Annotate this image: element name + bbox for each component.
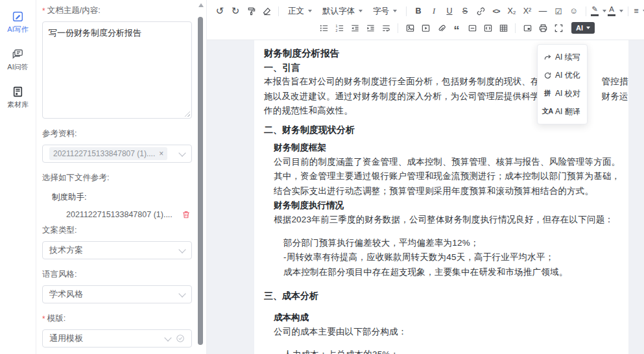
chevron-down-icon (178, 290, 185, 297)
doc-line: 成本控制在部分项目中存在超支现象，主要集中在研发和市场推广领域。 (264, 265, 619, 280)
doc-line: 人力成本：占总成本的35%； (264, 348, 619, 354)
toolbar-row-2: 12“AI (212, 19, 639, 36)
reference-select[interactable]: 2021122715133847807 (1).... × (42, 145, 192, 163)
bullet-list-icon[interactable] (316, 20, 331, 36)
sidebar-item-label: AI写作 (7, 25, 28, 34)
attachment-icon[interactable] (433, 20, 449, 36)
sidebar-item-ai-writing[interactable]: AI写作 (7, 10, 28, 34)
paragraph-style-select[interactable]: 正文 (288, 6, 312, 17)
video-icon[interactable] (418, 20, 433, 36)
font-family-select[interactable]: 默认字体 (322, 6, 363, 17)
doc-type-value: 技术方案 (49, 244, 83, 256)
sidebar-item-ai-qa[interactable]: AI问答 (7, 48, 28, 72)
menu-item-ai-translate[interactable]: 文AAI 翻译 (538, 102, 587, 121)
print-icon[interactable] (535, 20, 551, 36)
blockquote-icon[interactable]: “ (449, 18, 464, 38)
sidebar-item-material-library[interactable]: 素材库 (7, 86, 29, 110)
doc-type-select[interactable]: 技术方案 (42, 241, 192, 259)
doc-line: 结合实际支出进行动态调整；预算管理则采用年度预算和滚动预算相结合的方式。 (264, 184, 619, 199)
svg-text:1: 1 (335, 23, 337, 27)
file-name: 2021122715133847807 (1).... (66, 210, 173, 219)
template-value: 通用模板 (49, 333, 83, 344)
undo-icon[interactable]: ↺ (212, 3, 228, 19)
doc-line: 公司的成本主要由以下部分构成： (264, 325, 619, 340)
eraser-icon[interactable] (259, 3, 274, 19)
caret-down-icon (619, 10, 623, 12)
font-size-select-label: 字号 (373, 6, 389, 17)
language-style-value: 学术风格 (49, 289, 83, 300)
resize-handle[interactable] (184, 111, 190, 117)
link-icon[interactable] (473, 3, 488, 19)
menu-item-ai-optimize[interactable]: AI 优化 (538, 66, 587, 84)
topic-label: * 文档主题/内容: (42, 5, 192, 16)
doc-subheading: 成本构成 (264, 311, 619, 325)
indent-icon[interactable] (363, 20, 378, 36)
image-icon[interactable] (402, 20, 418, 36)
svg-text:2: 2 (335, 29, 337, 32)
ai-button-label: AI (576, 24, 583, 32)
ordered-list-icon[interactable]: 12 (331, 20, 347, 36)
text-wrap-icon[interactable] (378, 20, 394, 36)
ai-writing-form: * 文档主题/内容: 写一份财务制度分析报告 参考资料: 20211227151… (36, 0, 206, 354)
language-style-select[interactable]: 学术风格 (42, 285, 192, 303)
doc-line: 公司目前的制度涵盖了资金管理、成本控制、预算管理、核算与报告、风险管理等方面。 (264, 155, 619, 170)
toolbar-divider (515, 23, 516, 33)
italic-icon[interactable]: I (426, 3, 442, 19)
code-block-icon[interactable] (480, 20, 495, 36)
doc-subheading: 财务制度框架 (264, 141, 619, 155)
toolbar-divider (278, 6, 279, 16)
menu-item-ai-proofread[interactable]: 拼AI 校对 (538, 84, 587, 102)
material-library-icon (12, 86, 24, 98)
menu-item-label: AI 优化 (555, 70, 580, 81)
reference-tag: 2021122715133847807 (1).... × (49, 147, 167, 160)
highlight-color-icon[interactable]: ✎ (590, 3, 607, 19)
template-label: * 模版: (42, 313, 192, 324)
inline-code-icon[interactable]: <> (488, 3, 504, 19)
emoji-icon[interactable]: ☺ (566, 3, 582, 19)
task-list-icon[interactable]: ☑ (551, 3, 566, 19)
file-row: 2021122715133847807 (1).... (66, 210, 192, 219)
template-select[interactable]: 通用模板 (42, 329, 192, 348)
font-color-icon[interactable]: A (607, 3, 624, 19)
toolbar-divider (628, 6, 628, 16)
subscript-icon[interactable]: X₂ (504, 3, 519, 19)
form-scrollbar[interactable] (197, 0, 205, 354)
doc-type-label: 文案类型: (42, 225, 192, 236)
outdent-icon[interactable] (347, 20, 363, 36)
caret-down-icon (602, 10, 606, 12)
scroll-up-arrow-icon[interactable] (198, 3, 204, 7)
doc-heading: 三、成本分析 (264, 289, 619, 303)
horizontal-rule-icon[interactable]: — (535, 3, 551, 19)
chevron-down-icon (164, 334, 171, 341)
sidebar-item-label: AI问答 (7, 62, 28, 72)
caret-down-icon (586, 27, 590, 29)
strikethrough-icon[interactable]: S (457, 3, 473, 19)
underline-icon[interactable]: U (442, 3, 457, 19)
align-icon[interactable]: ≡ (632, 3, 644, 19)
font-family-select-label: 默认字体 (322, 6, 355, 17)
topic-textarea[interactable]: 写一份财务制度分析报告 (42, 21, 192, 119)
doc-line: 部分部门预算执行偏差较大，平均偏差率为12%； (264, 236, 619, 251)
ai-writing-icon (12, 10, 24, 23)
table-icon[interactable] (495, 20, 511, 36)
scrollbar-thumb[interactable] (198, 17, 203, 345)
fullscreen-icon[interactable] (551, 20, 566, 36)
divider-block-icon[interactable] (464, 20, 480, 36)
menu-item-label: AI 续写 (555, 52, 580, 63)
superscript-icon[interactable]: X² (519, 3, 535, 19)
menu-item-label: AI 翻译 (555, 106, 580, 117)
bold-icon[interactable]: B (411, 3, 426, 19)
menu-item-ai-continue[interactable]: AI 续写 (538, 48, 587, 66)
ai-dropdown-menu: AI 续写AI 优化拼AI 校对文AAI 翻译 (537, 44, 588, 124)
language-style-label: 语言风格: (42, 269, 192, 280)
paragraph-style-select-label: 正文 (288, 6, 304, 17)
ai-menu-button[interactable]: AI (571, 22, 595, 34)
format-painter-icon[interactable] (243, 3, 259, 19)
page-preview-icon[interactable] (519, 20, 535, 36)
redo-icon[interactable]: ↻ (228, 3, 243, 19)
tag-close-icon[interactable]: × (159, 150, 163, 158)
topic-value: 写一份财务制度分析报告 (49, 28, 141, 38)
reference-label: 参考资料: (42, 128, 192, 139)
delete-file-icon[interactable] (182, 210, 191, 219)
font-size-select[interactable]: 字号 (373, 6, 397, 17)
